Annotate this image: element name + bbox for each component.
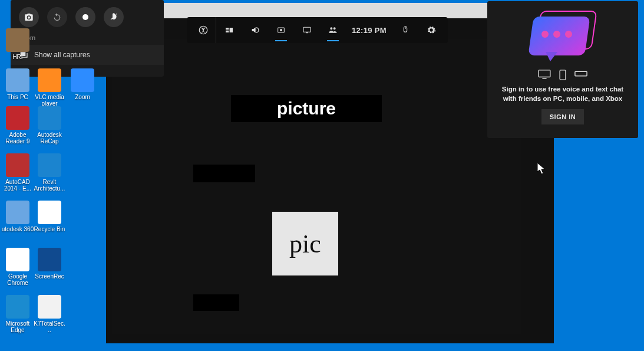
app-body: picture pic: [106, 18, 554, 343]
desktop-icon[interactable]: ScreenRec: [33, 248, 66, 280]
desktop-icon[interactable]: Google Chrome: [1, 248, 34, 286]
device-icons: [493, 70, 632, 80]
desktop-icon[interactable]: Microsoft Edge: [1, 295, 34, 333]
desktop-icon-label: HRI: [1, 54, 34, 60]
desktop-icon-label: Adobe Reader 9: [1, 132, 34, 145]
screenshot-button[interactable]: [19, 7, 39, 27]
volume-icon: [250, 25, 260, 35]
people-icon: [328, 25, 338, 35]
chat-illustration: [527, 11, 598, 64]
record-last-30s-button[interactable]: [47, 7, 67, 27]
svg-rect-8: [575, 71, 587, 76]
desktop-icon[interactable]: Autodesk ReCap: [33, 106, 66, 145]
desktop-icon-label: K7TotalSec...: [33, 320, 66, 333]
camera-icon: [24, 12, 34, 22]
gear-icon: [427, 25, 436, 35]
desktop-icon[interactable]: Zoom: [66, 68, 99, 100]
titlebar: ─ ☐: [106, 3, 554, 18]
desktop-icon[interactable]: Revit Architectu...: [33, 153, 66, 192]
show-all-captures-label: Show all captures: [34, 51, 90, 59]
desktop-icon-label: Autodesk ReCap: [33, 132, 66, 145]
desktop-icon[interactable]: utodesk 360: [1, 201, 34, 232]
capture-icon: [276, 25, 286, 35]
desktop-icon-label: utodesk 360: [1, 226, 34, 232]
desktop-icon-label: Microsoft Edge: [1, 320, 34, 333]
desktop-icon-label: This PC: [1, 94, 34, 100]
content-region: [112, 39, 521, 334]
mobile-icon: [559, 70, 566, 80]
widgets-button[interactable]: [216, 17, 242, 43]
picture-banner: picture: [231, 95, 382, 122]
performance-button[interactable]: [294, 17, 320, 43]
settings-button[interactable]: [418, 17, 444, 43]
desktop-icon[interactable]: VLC media player: [33, 68, 66, 107]
desktop-icon[interactable]: AutoCAD 2014 - E...: [1, 153, 34, 192]
console-icon: [574, 70, 587, 78]
participant-tile-1: [193, 165, 255, 182]
audio-button[interactable]: [242, 17, 268, 43]
performance-icon: [302, 25, 312, 35]
social-text: Sign in to use free voice and text chat …: [493, 85, 632, 109]
desktop-icon-label: Zoom: [66, 94, 99, 100]
participant-tile-2: [193, 294, 239, 311]
desktop-icon-label: Revit Architectu...: [33, 179, 66, 192]
desktop-icon[interactable]: K7TotalSec...: [33, 295, 66, 333]
mouse-icon: [401, 25, 410, 35]
desktop-icon-label: Google Chrome: [1, 273, 34, 286]
desktop-icon[interactable]: This PC: [1, 68, 34, 100]
gamebar-time: 12:19 PM: [346, 26, 392, 35]
desktop-icon[interactable]: HRI: [1, 28, 34, 60]
svg-rect-7: [560, 70, 566, 80]
mic-toggle-button[interactable]: [104, 7, 124, 27]
svg-point-2: [280, 29, 282, 31]
pc-icon: [538, 70, 551, 79]
record-icon: [82, 14, 88, 20]
svg-rect-3: [303, 27, 311, 32]
desktop-icon-label: ScreenRec: [33, 273, 66, 280]
desktop-icon-label: AutoCAD 2014 - E...: [1, 179, 34, 192]
start-recording-button[interactable]: [75, 7, 95, 27]
widgets-icon: [224, 25, 234, 35]
xbox-social-button[interactable]: [320, 17, 346, 43]
rewind-icon: [52, 12, 62, 22]
desktop-icon[interactable]: Adobe Reader 9: [1, 106, 34, 145]
desktop-icon[interactable]: Recycle Bin: [33, 201, 66, 232]
mic-off-icon: [109, 12, 118, 22]
desktop: ─ ☐ picture pic: [0, 0, 644, 351]
xbox-icon: [198, 25, 209, 35]
gamebar-toolbar: 12:19 PM: [187, 17, 448, 43]
desktop-icon-label: Recycle Bin: [33, 226, 66, 232]
xbox-button[interactable]: [190, 17, 216, 43]
app-window: ─ ☐ picture pic: [106, 3, 554, 343]
sign-in-button[interactable]: SIGN IN: [541, 109, 584, 124]
click-indicator[interactable]: [392, 17, 418, 43]
shared-content-tile: pic: [272, 212, 338, 275]
mouse-cursor: [537, 163, 546, 175]
xbox-social-panel: Sign in to use free voice and text chat …: [487, 1, 638, 138]
svg-rect-6: [539, 70, 550, 77]
desktop-icon-label: VLC media player: [33, 94, 66, 107]
capture-button[interactable]: [268, 17, 294, 43]
